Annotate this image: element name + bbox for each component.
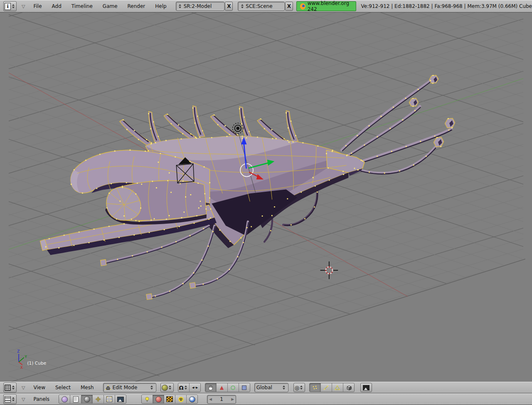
vertex-select-icon — [312, 385, 318, 390]
hand-manipulator-icon — [208, 385, 214, 390]
select-mode-group — [309, 383, 355, 392]
scale-manipulator-button[interactable] — [239, 383, 250, 392]
face-select-icon — [335, 385, 340, 390]
texture-icon — [166, 396, 173, 402]
gizmo-x-label: X — [20, 365, 23, 370]
world-subcontext-button[interactable] — [187, 395, 197, 403]
grid-edge — [135, 259, 525, 382]
scene-selector-value: SCE:Scene — [246, 3, 272, 9]
frame-prev-icon[interactable]: ◀ — [209, 397, 212, 401]
texture-subcontext-button[interactable] — [164, 395, 175, 403]
stepper-icon — [11, 396, 15, 402]
frame-next-icon[interactable]: ▶ — [231, 397, 234, 401]
scene-selector[interactable]: SCE:Scene — [238, 2, 284, 11]
script-context-button[interactable] — [70, 395, 81, 403]
logic-context-button[interactable] — [59, 395, 70, 403]
shading-subcontext-group: ☢ — [141, 395, 198, 404]
render-preview-icon — [363, 385, 369, 390]
screen-close-button[interactable]: X — [225, 2, 233, 11]
frame-number-field[interactable]: ◀ 1 ▶ — [207, 395, 236, 404]
mode-dropdown-value: Edit Mode — [113, 385, 138, 390]
stepper-icon — [300, 385, 303, 390]
buttons-window-type-icon — [5, 396, 11, 403]
translate-manipulator-button[interactable]: ▲ — [217, 383, 228, 392]
menu-render[interactable]: Render — [128, 3, 145, 9]
radiosity-icon: ☢ — [178, 397, 184, 402]
shading-sphere-icon — [162, 385, 168, 391]
gizmo-y-label: Y — [25, 355, 27, 359]
active-object-label: (1) Cube — [27, 361, 46, 366]
menu-add[interactable]: Add — [52, 3, 62, 9]
occlude-geometry-icon — [346, 385, 352, 390]
rotate-manipulator-button[interactable] — [228, 383, 239, 392]
orientation-dropdown[interactable]: Global — [254, 383, 288, 392]
window-type-button[interactable] — [3, 394, 17, 404]
menu-file[interactable]: File — [33, 3, 42, 9]
editing-context-button[interactable] — [104, 395, 115, 403]
window-type-button[interactable]: i — [3, 1, 17, 11]
proportional-spread-icon: ◂╌▸ — [192, 385, 197, 390]
vertex-select-button[interactable] — [310, 383, 321, 392]
menu-timeline[interactable]: Timeline — [71, 3, 93, 9]
version-label: www.blender.org 242 — [308, 0, 352, 12]
blender-logo-icon — [300, 3, 305, 10]
menu-view[interactable]: View — [33, 385, 45, 390]
3d-cursor — [320, 262, 338, 279]
material-subcontext-button[interactable] — [153, 395, 164, 403]
manipulator-toggle-button[interactable] — [205, 383, 217, 392]
menu-mesh[interactable]: Mesh — [81, 385, 94, 390]
stepper-icon[interactable] — [240, 3, 244, 9]
lamp-icon — [144, 396, 150, 402]
face-select-button[interactable] — [332, 383, 343, 392]
shading-context-button[interactable] — [81, 395, 93, 403]
render-preview-button[interactable] — [360, 383, 372, 392]
material-icon — [155, 396, 162, 403]
version-button[interactable]: www.blender.org 242 — [296, 1, 356, 11]
scene-context-button[interactable] — [115, 395, 126, 403]
view3d-header: ▽ View Select Mesh Edit Mode Ω ◂╌▸ — [0, 382, 532, 393]
translate-icon: ▲ — [220, 385, 224, 390]
menu-game[interactable]: Game — [103, 3, 118, 9]
pivot-dropdown[interactable]: Ω — [178, 383, 190, 392]
logic-icon — [62, 396, 68, 403]
world-icon — [189, 396, 195, 403]
manipulator-group: ▲ — [205, 383, 250, 392]
menu-panels[interactable]: Panels — [33, 396, 49, 402]
draw-type-dropdown[interactable] — [160, 383, 174, 392]
object-icon — [95, 396, 101, 402]
collapse-triangle-icon[interactable]: ▽ — [22, 4, 25, 9]
orientation-value: Global — [256, 385, 272, 390]
script-icon — [73, 396, 79, 403]
occlude-geometry-button[interactable] — [343, 383, 354, 392]
3d-viewport[interactable]: Z Y X (1) Cube — [0, 12, 532, 382]
info-window-type-icon: i — [5, 3, 11, 10]
edge-select-button[interactable] — [321, 383, 332, 392]
object-context-button[interactable] — [93, 395, 104, 403]
screen-selector[interactable]: SR:2-Model — [176, 2, 225, 11]
pivot-rotation-icon: Ω — [179, 385, 184, 390]
gizmo-z-label: Z — [17, 349, 20, 353]
collapse-triangle-icon[interactable]: ▽ — [22, 385, 25, 390]
proportional-dropdown[interactable]: ◎ — [293, 383, 305, 392]
buttons-header: ▽ Panels — [0, 393, 532, 405]
stepper-icon[interactable] — [178, 3, 182, 9]
radiosity-subcontext-button[interactable]: ☢ — [175, 395, 187, 403]
grid-window-type-icon — [5, 385, 11, 391]
info-header: i ▽ File Add Timeline Game Render Help S… — [0, 0, 532, 12]
editmode-icon — [105, 385, 111, 390]
scene-icon — [117, 397, 124, 402]
stepper-icon — [184, 385, 188, 390]
pivot-center-toggle[interactable]: ◂╌▸ — [190, 383, 200, 392]
stepper-icon — [282, 385, 286, 390]
window-type-button[interactable] — [3, 383, 17, 393]
scene-stats: Ve:912-912 | Ed:1882-1882 | Fa:968-968 |… — [361, 3, 532, 9]
edge-select-icon — [323, 385, 329, 390]
menu-select[interactable]: Select — [55, 385, 71, 390]
context-group — [59, 395, 126, 404]
scene-close-button[interactable]: X — [285, 2, 293, 11]
lamp-subcontext-button[interactable] — [142, 395, 153, 403]
mode-dropdown[interactable]: Edit Mode — [103, 383, 156, 392]
stepper-icon — [11, 385, 15, 390]
menu-help[interactable]: Help — [155, 3, 166, 9]
collapse-triangle-icon[interactable]: ▽ — [22, 397, 25, 402]
